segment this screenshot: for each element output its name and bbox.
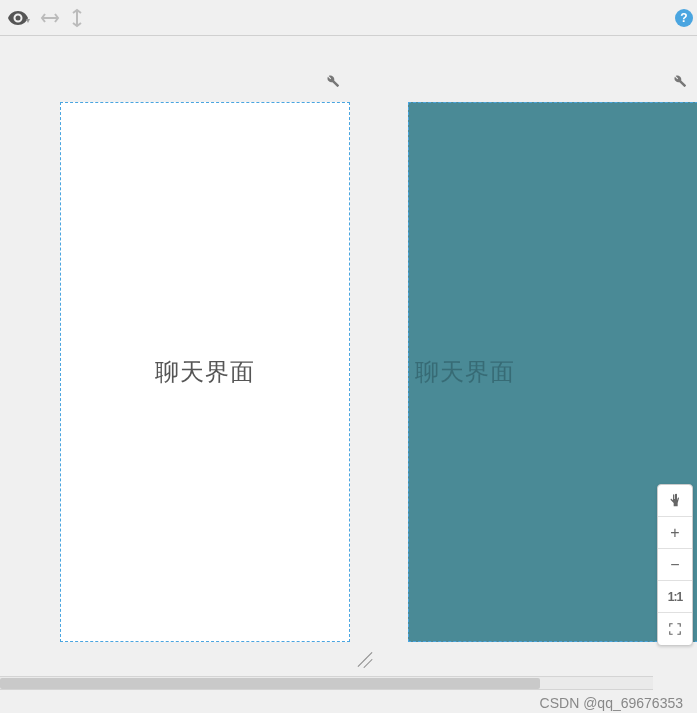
design-canvas: 聊天界面 聊天界面 + − 1:1 bbox=[0, 36, 697, 676]
zoom-reset-button[interactable]: 1:1 bbox=[658, 581, 692, 613]
scrollbar-thumb[interactable] bbox=[0, 678, 540, 689]
pan-button[interactable] bbox=[658, 485, 692, 517]
design-frame-dark[interactable]: 聊天界面 bbox=[408, 102, 697, 642]
visibility-caret-icon: ▾ bbox=[26, 16, 30, 25]
svg-point-0 bbox=[16, 15, 21, 20]
vertical-resize-icon[interactable] bbox=[70, 8, 84, 28]
visibility-toggle[interactable]: ▾ bbox=[8, 10, 30, 25]
frame-resize-handle[interactable] bbox=[354, 648, 376, 670]
zoom-panel: + − 1:1 bbox=[657, 484, 693, 646]
horizontal-resize-icon[interactable] bbox=[40, 11, 60, 25]
zoom-in-button[interactable]: + bbox=[658, 517, 692, 549]
frame-settings-icon[interactable] bbox=[673, 74, 687, 88]
watermark-text: CSDN @qq_69676353 bbox=[540, 695, 683, 711]
top-toolbar: ▾ ? bbox=[0, 0, 697, 36]
frame-settings-icon[interactable] bbox=[326, 74, 340, 88]
toolbar-left-group: ▾ bbox=[8, 8, 84, 28]
help-button[interactable]: ? bbox=[675, 9, 693, 27]
zoom-out-button[interactable]: − bbox=[658, 549, 692, 581]
design-frame-light[interactable]: 聊天界面 bbox=[60, 102, 350, 642]
horizontal-scrollbar[interactable] bbox=[0, 676, 653, 690]
frame-label: 聊天界面 bbox=[415, 356, 515, 388]
zoom-fit-button[interactable] bbox=[658, 613, 692, 645]
frame-label: 聊天界面 bbox=[155, 356, 255, 388]
